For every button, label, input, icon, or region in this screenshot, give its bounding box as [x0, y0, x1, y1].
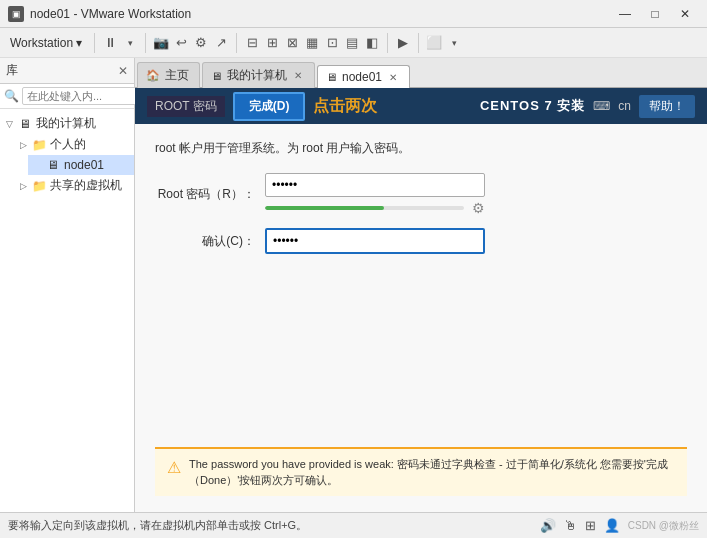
sidebar-header: 库 ✕	[0, 58, 134, 84]
sidebar-search-area: 🔍	[0, 84, 134, 109]
toolbar-group-5: ⬜ ▾	[425, 34, 463, 52]
node01-tab-icon: 🖥	[326, 71, 337, 83]
tabs-bar: 🏠 主页 🖥 我的计算机 ✕ 🖥 node01 ✕	[135, 58, 707, 88]
toolbar-group-3: ⊟ ⊞ ⊠ ▦ ⊡ ▤ ◧	[243, 34, 381, 52]
node01-label: node01	[64, 158, 104, 172]
view-icon5[interactable]: ⊡	[323, 34, 341, 52]
status-right: 🔊 🖱 ⊞ 👤 CSDN @微粉丝	[540, 518, 699, 533]
snapshot-icon[interactable]: 📷	[152, 34, 170, 52]
workstation-menu-arrow: ▾	[76, 36, 82, 50]
tab-home[interactable]: 🏠 主页	[137, 62, 200, 88]
minimize-button[interactable]: —	[611, 4, 639, 24]
view-icon4[interactable]: ▦	[303, 34, 321, 52]
root-password-input-wrapper: ⚙	[265, 173, 485, 216]
vm-icon-node01: 🖥	[45, 157, 61, 173]
sidebar-item-my-computer[interactable]: ▽ 🖥 我的计算机	[0, 113, 134, 134]
view-icon3[interactable]: ⊠	[283, 34, 301, 52]
sidebar: 库 ✕ 🔍 ▽ 🖥 我的计算机 ▷ 📁 个人的	[0, 58, 135, 512]
confirm-password-row: 确认(C)：	[155, 228, 687, 254]
workstation-menu-label: Workstation	[10, 36, 73, 50]
tab-home-label: 主页	[165, 67, 189, 84]
warning-text: The password you have provided is weak: …	[189, 457, 675, 488]
folder-icon-shared: 📁	[31, 178, 47, 194]
view-icon7[interactable]: ◧	[363, 34, 381, 52]
password-strength-bar	[265, 206, 464, 210]
help-button[interactable]: 帮助！	[639, 95, 695, 118]
personal-label: 个人的	[50, 136, 86, 153]
sidebar-title: 库	[6, 62, 18, 79]
pause-dropdown-icon[interactable]: ▾	[121, 34, 139, 52]
computer-icon: 🖥	[17, 116, 33, 132]
status-watermark: CSDN @微粉丝	[628, 519, 699, 533]
title-bar: ▣ node01 - VMware Workstation — □ ✕	[0, 0, 707, 28]
menu-divider-3	[236, 33, 237, 53]
tab-node01[interactable]: 🖥 node01 ✕	[317, 65, 410, 88]
root-label-text: ROOT 密码	[155, 99, 217, 113]
view-icon6[interactable]: ▤	[343, 34, 361, 52]
sidebar-item-node01[interactable]: 🖥 node01	[28, 155, 134, 175]
main-layout: 库 ✕ 🔍 ▽ 🖥 我的计算机 ▷ 📁 个人的	[0, 58, 707, 512]
toolbar-group-4: ▶	[394, 34, 412, 52]
confirm-password-input-wrapper	[265, 228, 485, 254]
status-bar: 要将输入定向到该虚拟机，请在虚拟机内部单击或按 Ctrl+G。 🔊 🖱 ⊞ 👤 …	[0, 512, 707, 538]
lang-text: cn	[618, 99, 631, 113]
search-icon: 🔍	[4, 89, 19, 103]
installer-lang-area: CENTOS 7 安装 ⌨ cn 帮助！	[480, 95, 695, 118]
tab-node01-close[interactable]: ✕	[387, 71, 399, 84]
extra-dropdown[interactable]: ▾	[445, 34, 463, 52]
view-icon2[interactable]: ⊞	[263, 34, 281, 52]
content-area: 🏠 主页 🖥 我的计算机 ✕ 🖥 node01 ✕ RO	[135, 58, 707, 512]
tab-my-computer-close[interactable]: ✕	[292, 69, 304, 82]
installer-title-text: CENTOS 7 安装	[480, 97, 585, 115]
app-icon: ▣	[8, 6, 24, 22]
maximize-button[interactable]: □	[641, 4, 669, 24]
settings-icon[interactable]: ⚙	[192, 34, 210, 52]
root-password-label-box: ROOT 密码	[147, 96, 225, 117]
tab-my-computer[interactable]: 🖥 我的计算机 ✕	[202, 62, 315, 88]
share-icon[interactable]: ↗	[212, 34, 230, 52]
vm-screen[interactable]: ROOT 密码 完成(D) 点击两次 CENTOS 7 安装 ⌨ cn 帮助！ …	[135, 88, 707, 512]
root-password-input[interactable]	[265, 173, 485, 197]
menu-divider-4	[387, 33, 388, 53]
title-bar-left: ▣ node01 - VMware Workstation	[8, 6, 191, 22]
shared-label: 共享的虚拟机	[50, 177, 122, 194]
toolbar-group-1: ⏸ ▾	[101, 34, 139, 52]
revert-icon[interactable]: ↩	[172, 34, 190, 52]
mycomputer-tab-icon: 🖥	[211, 70, 222, 82]
warning-icon: ⚠	[167, 458, 181, 477]
root-password-label: Root 密码（R）：	[155, 186, 255, 203]
confirm-password-input[interactable]	[265, 228, 485, 254]
sidebar-tree: ▽ 🖥 我的计算机 ▷ 📁 个人的 🖥 node01	[0, 109, 134, 512]
installer-header: ROOT 密码 完成(D) 点击两次 CENTOS 7 安装 ⌨ cn 帮助！	[135, 88, 707, 124]
send-icon[interactable]: ▶	[394, 34, 412, 52]
view-icon1[interactable]: ⊟	[243, 34, 261, 52]
pause-icon[interactable]: ⏸	[101, 34, 119, 52]
extra-icon[interactable]: ⬜	[425, 34, 443, 52]
toolbar-group-2: 📷 ↩ ⚙ ↗	[152, 34, 230, 52]
window-title: node01 - VMware Workstation	[30, 7, 191, 21]
dialog-header-section: ROOT 密码 完成(D) 点击两次	[147, 88, 377, 124]
strength-icon: ⚙	[472, 200, 485, 216]
menu-divider-2	[145, 33, 146, 53]
home-tab-icon: 🏠	[146, 69, 160, 82]
sidebar-item-personal[interactable]: ▷ 📁 个人的	[14, 134, 134, 155]
workstation-menu[interactable]: Workstation ▾	[4, 33, 88, 53]
sidebar-item-shared[interactable]: ▷ 📁 共享的虚拟机	[14, 175, 134, 196]
expand-arrow-personal: ▷	[18, 140, 28, 150]
status-icon-sound: 🔊	[540, 518, 556, 533]
form-description: root 帐户用于管理系统。为 root 用户输入密码。	[155, 140, 687, 157]
menu-divider-1	[94, 33, 95, 53]
status-icon-user: 👤	[604, 518, 620, 533]
close-button[interactable]: ✕	[671, 4, 699, 24]
expand-arrow-shared: ▷	[18, 181, 28, 191]
strength-fill	[265, 206, 384, 210]
status-icon-display: ⊞	[585, 518, 596, 533]
menu-divider-5	[418, 33, 419, 53]
root-password-row: Root 密码（R）： ⚙	[155, 173, 687, 216]
root-password-form: root 帐户用于管理系统。为 root 用户输入密码。 Root 密码（R）：…	[135, 124, 707, 512]
tab-node01-label: node01	[342, 70, 382, 84]
done-button[interactable]: 完成(D)	[233, 92, 306, 121]
sidebar-close-icon[interactable]: ✕	[118, 64, 128, 78]
strength-row: ⚙	[265, 200, 485, 216]
keyboard-icon: ⌨	[593, 99, 610, 113]
